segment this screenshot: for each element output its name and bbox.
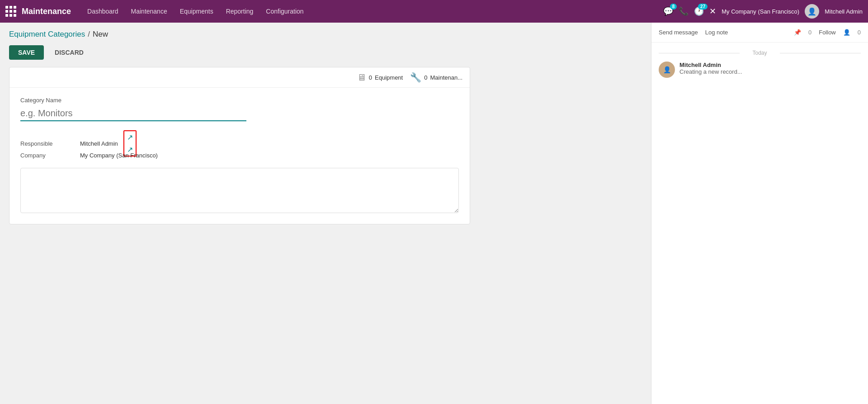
breadcrumb-parent[interactable]: Equipment Categories <box>9 30 85 39</box>
close-icon: ✕ <box>709 6 716 16</box>
timeline-date-divider: Today <box>659 50 861 56</box>
responsible-label: Responsible <box>20 140 75 147</box>
followers-count: 0 <box>858 29 861 36</box>
person-icon: 👤 <box>843 29 850 36</box>
chat-icon-btn[interactable]: 💬 8 <box>663 6 673 16</box>
nav-equipments[interactable]: Equipments <box>175 5 219 18</box>
breadcrumb-separator: / <box>88 30 90 39</box>
equipment-count: 0 <box>369 74 372 81</box>
username-label: Mitchell Admin <box>825 8 863 15</box>
pin-count: 0 <box>808 29 811 36</box>
topnav: Maintenance Dashboard Maintenance Equipm… <box>0 0 868 23</box>
breadcrumb-current: New <box>93 30 108 39</box>
content-area: Equipment Categories / New SAVE DISCARD … <box>0 23 868 404</box>
company-row: Company My Company (San Francisco) <box>20 152 459 159</box>
chatter-toolbar: Send message Log note 📌 0 Follow 👤 0 <box>651 23 868 43</box>
equipment-icon: 🖥 <box>357 72 366 83</box>
phone-icon-btn[interactable]: 📞 <box>679 6 689 16</box>
activity-icon-btn[interactable]: 🕐 27 <box>694 6 704 16</box>
breadcrumb: Equipment Categories / New <box>9 30 642 39</box>
nav-configuration[interactable]: Configuration <box>260 5 309 18</box>
right-panel: Send message Log note 📌 0 Follow 👤 0 Tod… <box>651 23 868 404</box>
maintenance-label: Maintenan... <box>430 74 462 81</box>
send-message-button[interactable]: Send message <box>659 27 698 38</box>
nav-maintenance[interactable]: Maintenance <box>126 5 173 18</box>
apps-menu-icon[interactable] <box>5 6 16 17</box>
equipment-label: Equipment <box>375 74 403 81</box>
pin-icon: 📌 <box>794 29 801 36</box>
timeline-content: Mitchell Admin Creating a new record... <box>679 62 861 78</box>
log-note-button[interactable]: Log note <box>705 27 728 38</box>
maintenance-stat[interactable]: 🔧 0 Maintenan... <box>410 72 462 83</box>
close-icon-btn[interactable]: ✕ <box>709 6 716 16</box>
category-name-input[interactable] <box>20 106 246 121</box>
company-label: Company <box>20 152 75 159</box>
timeline-author: Mitchell Admin <box>679 62 861 68</box>
notes-textarea[interactable] <box>20 168 459 213</box>
timeline-text: Creating a new record... <box>679 68 861 75</box>
stats-bar: 🖥 0 Equipment 🔧 0 Maintenan... <box>9 67 470 88</box>
responsible-external-link-icon[interactable]: ↗ <box>127 133 133 142</box>
chatter-timeline: Today 👤 Mitchell Admin Creating a new re… <box>651 43 868 404</box>
timeline-message: 👤 Mitchell Admin Creating a new record..… <box>659 62 861 78</box>
company-name: My Company (San Francisco) <box>722 8 799 15</box>
chatter-right-actions: 📌 0 Follow 👤 0 <box>794 29 861 36</box>
equipment-stat[interactable]: 🖥 0 Equipment <box>357 72 403 83</box>
follow-button[interactable]: Follow <box>819 29 836 36</box>
maintenance-icon: 🔧 <box>410 72 421 83</box>
timeline-avatar: 👤 <box>659 62 675 78</box>
action-bar: SAVE DISCARD <box>9 45 642 60</box>
form-fields: Responsible Mitchell Admin ↗ ↗ Company M… <box>20 130 459 159</box>
topnav-right: 💬 8 📞 🕐 27 ✕ My Company (San Francisco) … <box>663 4 863 19</box>
form-card: 🖥 0 Equipment 🔧 0 Maintenan... Category … <box>9 67 470 224</box>
app-title: Maintenance <box>22 7 71 16</box>
chat-badge: 8 <box>670 4 677 10</box>
user-avatar[interactable]: 👤 <box>805 4 819 19</box>
category-name-label: Category Name <box>20 97 459 104</box>
company-value[interactable]: My Company (San Francisco) <box>80 152 158 159</box>
phone-icon: 📞 <box>679 6 689 16</box>
discard-button[interactable]: DISCARD <box>47 45 91 60</box>
save-button[interactable]: SAVE <box>9 45 44 60</box>
main-content: Equipment Categories / New SAVE DISCARD … <box>0 23 651 404</box>
nav-reporting[interactable]: Reporting <box>221 5 259 18</box>
form-body: Category Name Responsible Mitchell Admin… <box>9 88 470 224</box>
nav-dashboard[interactable]: Dashboard <box>82 5 124 18</box>
responsible-value[interactable]: Mitchell Admin <box>80 140 118 147</box>
maintenance-count: 0 <box>424 74 427 81</box>
activity-badge: 27 <box>698 4 708 10</box>
top-menu: Dashboard Maintenance Equipments Reporti… <box>82 5 663 18</box>
